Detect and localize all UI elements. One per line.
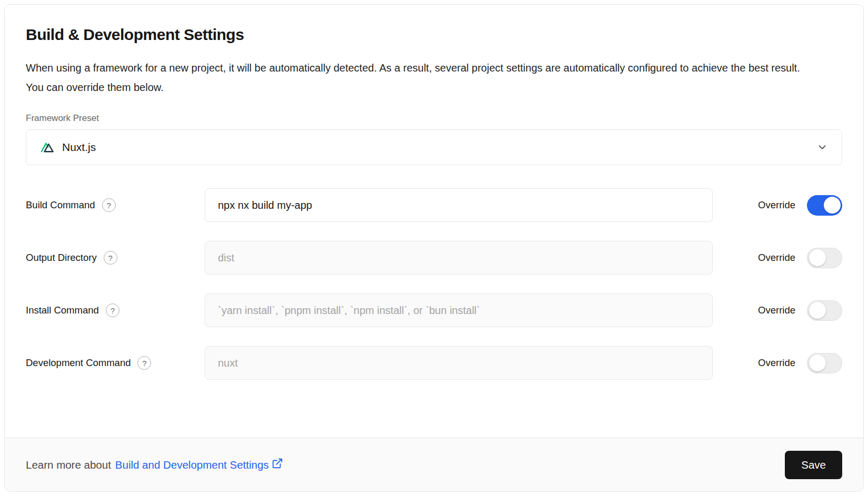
build-command-label: Build Command <box>26 199 95 211</box>
framework-preset-label: Framework Preset <box>26 113 842 124</box>
help-circle-icon[interactable]: ? <box>102 198 116 212</box>
install-command-label: Install Command <box>26 305 99 316</box>
framework-preset-select[interactable]: Nuxt.js <box>26 129 842 165</box>
build-command-input[interactable] <box>205 188 713 222</box>
chevron-down-icon <box>816 141 828 153</box>
nuxt-logo-icon <box>40 141 55 154</box>
learn-more-link-label: Build and Development Settings <box>115 459 269 471</box>
override-label: Override <box>758 305 795 316</box>
override-label: Override <box>758 357 795 369</box>
build-command-row: Build Command ? Override <box>26 188 842 222</box>
framework-selected-value: Nuxt.js <box>62 141 96 154</box>
install-command-row: Install Command ? Override <box>26 293 842 327</box>
build-dev-settings-card: Build & Development Settings When using … <box>4 4 864 492</box>
toggle-knob <box>809 355 826 371</box>
page-description: When using a framework for a new project… <box>26 58 810 97</box>
save-button[interactable]: Save <box>785 451 842 479</box>
help-circle-icon[interactable]: ? <box>106 303 119 317</box>
help-circle-icon[interactable]: ? <box>104 251 117 265</box>
development-command-override-toggle[interactable] <box>807 353 842 373</box>
settings-main: Build & Development Settings When using … <box>5 5 863 438</box>
learn-more-prefix: Learn more about <box>26 459 111 471</box>
override-label: Override <box>758 199 795 211</box>
development-command-label: Development Command <box>26 357 131 369</box>
external-link-icon <box>272 458 283 472</box>
learn-more-text: Learn more about Build and Development S… <box>26 458 283 472</box>
install-command-input <box>205 293 713 327</box>
toggle-knob <box>824 197 841 214</box>
output-directory-override-toggle[interactable] <box>807 248 842 268</box>
card-footer: Learn more about Build and Development S… <box>5 438 863 491</box>
toggle-knob <box>809 249 826 266</box>
development-command-row: Development Command ? Override <box>26 346 842 380</box>
help-circle-icon[interactable]: ? <box>137 356 151 370</box>
learn-more-link[interactable]: Build and Development Settings <box>115 458 283 472</box>
page-title: Build & Development Settings <box>26 26 842 44</box>
build-command-override-toggle[interactable] <box>807 195 842 216</box>
output-directory-label: Output Directory <box>26 252 97 264</box>
toggle-knob <box>809 302 826 319</box>
development-command-input <box>205 346 713 380</box>
install-command-override-toggle[interactable] <box>807 300 842 321</box>
output-directory-input <box>205 241 713 275</box>
override-label: Override <box>758 252 795 264</box>
output-directory-row: Output Directory ? Override <box>26 241 842 275</box>
